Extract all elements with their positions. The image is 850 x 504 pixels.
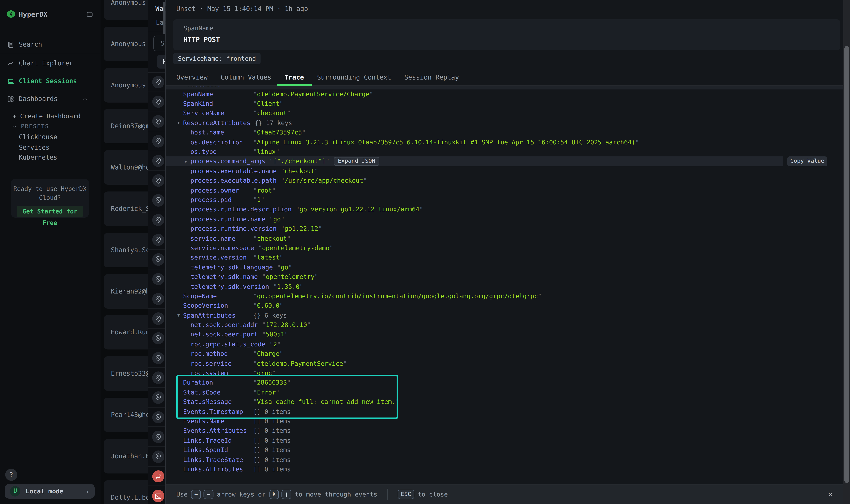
event-row[interactable] bbox=[148, 467, 165, 486]
quote: " bbox=[270, 158, 273, 165]
event-row[interactable] bbox=[148, 131, 165, 151]
event-row[interactable] bbox=[148, 368, 165, 388]
quote: " bbox=[253, 379, 257, 386]
quote: " bbox=[635, 139, 639, 146]
quote: " bbox=[287, 235, 291, 242]
attr-key: process.command_args bbox=[191, 158, 266, 165]
service-name-tag[interactable]: ServiceName: frontend bbox=[173, 53, 260, 64]
attr-key: Duration bbox=[183, 379, 249, 386]
preset-item-clickhouse[interactable]: Clickhouse bbox=[19, 133, 57, 141]
event-row[interactable] bbox=[148, 191, 165, 210]
attr-value: 1 bbox=[257, 196, 261, 203]
expand-json-button[interactable]: Expand JSON bbox=[333, 157, 379, 166]
attr-row-rpc-method: rpc.method"Charge" bbox=[166, 349, 843, 359]
session-card[interactable]: Dolly.Lubo bbox=[104, 480, 148, 504]
caret-down-icon[interactable]: ▼ bbox=[177, 121, 183, 125]
sessions-list-background: AnonymousAnonymousAnonymousDeion37@gmWal… bbox=[101, 0, 148, 504]
attr-row-service-version: service.version"latest" bbox=[166, 253, 843, 262]
help-button[interactable]: ? bbox=[5, 469, 17, 481]
event-row[interactable] bbox=[148, 486, 165, 504]
drawer-scrollbar[interactable] bbox=[843, 0, 850, 504]
create-dashboard-button[interactable]: + Create Dashboard bbox=[13, 112, 80, 120]
drawer-scrollbar-thumb[interactable] bbox=[844, 46, 849, 483]
attr-key: process.runtime.description bbox=[191, 206, 292, 213]
arrow-keycaps: ←→ bbox=[191, 489, 213, 499]
quote: " bbox=[270, 215, 273, 223]
close-icon[interactable]: ✕ bbox=[828, 489, 833, 499]
attr-key: Links.Attributes bbox=[183, 466, 249, 473]
attr-row-net-sock-peer-port: net.sock.peer.port"50051" bbox=[166, 330, 843, 339]
quote: " bbox=[262, 321, 266, 328]
session-card[interactable]: Roderick_S bbox=[104, 192, 148, 226]
presets-toggle[interactable]: PRESETS bbox=[12, 123, 49, 130]
event-row[interactable] bbox=[148, 72, 165, 92]
copy-value-button[interactable]: Copy Value bbox=[788, 157, 827, 166]
event-row[interactable] bbox=[148, 289, 165, 309]
session-card[interactable]: Howard.Run bbox=[104, 315, 148, 350]
attr-meta: [] 0 items bbox=[253, 466, 291, 473]
footer-events-text: to move through events bbox=[295, 490, 377, 498]
quote: " bbox=[253, 389, 257, 396]
event-row[interactable] bbox=[148, 92, 165, 112]
session-card[interactable]: Pearl43@ho bbox=[104, 398, 148, 432]
event-row[interactable] bbox=[148, 447, 165, 467]
get-started-button[interactable]: Get Started for Free bbox=[17, 205, 83, 217]
session-card-label: Anonymous bbox=[111, 40, 146, 48]
session-card[interactable]: Jonathan.B bbox=[104, 439, 148, 473]
event-row[interactable] bbox=[148, 250, 165, 269]
event-row[interactable] bbox=[148, 171, 165, 191]
event-row[interactable] bbox=[148, 328, 165, 348]
attr-key: rpc.system bbox=[191, 370, 249, 377]
caret-right-icon[interactable]: ▶ bbox=[185, 159, 191, 164]
session-card[interactable]: Anonymous bbox=[104, 26, 148, 61]
tab-trace[interactable]: Trace bbox=[285, 69, 304, 85]
event-row[interactable] bbox=[148, 309, 165, 328]
session-card[interactable]: Anonymous bbox=[104, 0, 148, 20]
cloud-promo-line2: Cloud? bbox=[11, 193, 89, 202]
session-card[interactable]: Kieran92@h bbox=[104, 274, 148, 308]
quote: " bbox=[287, 379, 291, 386]
attr-row-process-command-args[interactable]: ▶process.command_args"["./checkout"]"Exp… bbox=[166, 157, 843, 166]
events-filter-chip[interactable]: H bbox=[157, 55, 165, 69]
tab-overview[interactable]: Overview bbox=[176, 69, 207, 85]
sidebar-collapse-icon[interactable] bbox=[86, 11, 93, 18]
session-card[interactable]: Anonymous bbox=[104, 68, 148, 102]
tab-surrounding-context[interactable]: Surrounding Context bbox=[317, 69, 391, 85]
caret-down-icon[interactable]: ▼ bbox=[177, 313, 183, 318]
tab-column-values[interactable]: Column Values bbox=[221, 69, 271, 85]
tab-session-replay[interactable]: Session Replay bbox=[404, 69, 459, 85]
event-row[interactable] bbox=[148, 230, 165, 250]
sidebar-item-label: Client Sessions bbox=[19, 77, 77, 85]
quote: " bbox=[272, 186, 276, 194]
events-search-input[interactable]: Sea bbox=[153, 36, 165, 51]
sidebar-item-search[interactable]: Search bbox=[7, 40, 42, 49]
quote: " bbox=[300, 283, 303, 290]
events-scrollbar-thumb[interactable] bbox=[163, 2, 165, 34]
logo-row: HyperDX bbox=[7, 10, 93, 18]
sidebar-item-dashboards[interactable]: Dashboards bbox=[7, 95, 88, 103]
event-row[interactable] bbox=[148, 210, 165, 230]
local-mode-menu[interactable]: U Local mode › bbox=[5, 484, 95, 499]
sidebar-item-chart-explorer[interactable]: Chart Explorer bbox=[7, 59, 73, 68]
attr-meta: {} 6 keys bbox=[253, 312, 287, 319]
event-row[interactable] bbox=[148, 427, 165, 447]
attr-key: rpc.method bbox=[191, 350, 249, 358]
hyperdx-logo-icon bbox=[7, 10, 15, 18]
event-row[interactable] bbox=[148, 348, 165, 368]
event-row[interactable] bbox=[148, 269, 165, 289]
preset-item-services[interactable]: Services bbox=[19, 144, 50, 151]
quote: " bbox=[253, 109, 257, 117]
pin-icon bbox=[152, 450, 164, 463]
session-card[interactable]: Walton9@ho bbox=[104, 150, 148, 185]
attr-key: process.pid bbox=[191, 196, 249, 203]
session-card[interactable]: Deion37@gm bbox=[104, 109, 148, 144]
attr-row-rpc-service: rpc.service"oteldemo.PaymentService" bbox=[166, 359, 843, 368]
session-card[interactable]: Ernesto33@ bbox=[104, 357, 148, 391]
event-row[interactable] bbox=[148, 151, 165, 171]
session-card[interactable]: Shaniya.Sc bbox=[104, 233, 148, 267]
event-row[interactable] bbox=[148, 408, 165, 427]
event-row[interactable] bbox=[148, 388, 165, 408]
sidebar-item-client-sessions[interactable]: Client Sessions bbox=[7, 77, 77, 85]
preset-item-kubernetes[interactable]: Kubernetes bbox=[19, 154, 57, 161]
event-row[interactable] bbox=[148, 112, 165, 131]
